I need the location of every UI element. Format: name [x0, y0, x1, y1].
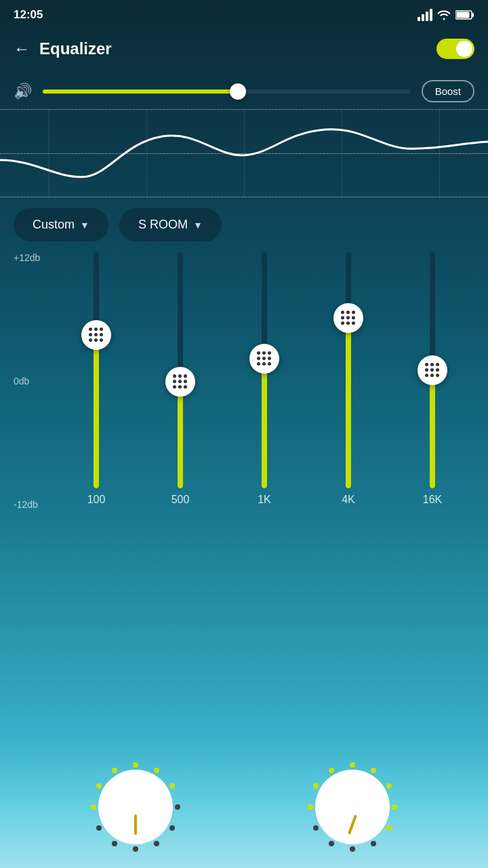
- slider-fill-4K: [346, 318, 351, 488]
- custom-preset-button[interactable]: Custom ▼: [14, 208, 108, 241]
- slider-col-1K: 1K: [251, 252, 278, 510]
- thumb-dots-16K: [425, 363, 440, 378]
- equalizer-toggle[interactable]: [436, 39, 474, 59]
- slider-bg-1K: [262, 252, 267, 488]
- volume-icon: 🔊: [14, 83, 32, 100]
- svg-rect-1: [472, 13, 474, 17]
- slider-col-500: 500: [167, 252, 194, 510]
- sroom-preset-label: S ROOM: [138, 218, 188, 232]
- thumb-dots-500: [173, 374, 188, 389]
- db-label-top: +12db: [14, 252, 40, 263]
- volume-slider[interactable]: [43, 85, 411, 98]
- slider-track-4K[interactable]: [335, 252, 362, 488]
- slider-fill-500: [178, 382, 183, 488]
- knob-2[interactable]: [315, 770, 390, 844]
- slider-track-100[interactable]: [83, 252, 110, 488]
- volume-thumb[interactable]: [230, 83, 246, 100]
- slider-fill-1K: [262, 359, 267, 488]
- knob-1-wrapper: [88, 760, 183, 854]
- wifi-icon: [436, 9, 451, 20]
- knob-2-indicator: [348, 814, 357, 835]
- svg-point-17: [386, 783, 392, 789]
- slider-thumb-100[interactable]: [81, 320, 111, 350]
- eq-wave-svg: [0, 109, 488, 197]
- slider-track-16K[interactable]: [419, 252, 446, 488]
- svg-point-15: [350, 762, 355, 768]
- status-bar: 12:05: [0, 0, 488, 30]
- freq-label-100: 100: [87, 494, 106, 510]
- svg-point-16: [371, 768, 376, 773]
- back-button[interactable]: ←: [14, 39, 30, 58]
- svg-point-8: [112, 768, 117, 773]
- svg-point-23: [313, 825, 319, 831]
- sroom-chevron-icon: ▼: [193, 220, 203, 231]
- svg-point-21: [313, 783, 319, 789]
- slider-bg-16K: [430, 252, 435, 488]
- slider-fill-100: [94, 335, 99, 488]
- svg-point-4: [154, 768, 159, 773]
- knob-2-container: [305, 760, 400, 854]
- eq-sliders-section: +12db 0db -12db 1005001K4K16K: [0, 252, 488, 551]
- knob-1[interactable]: [98, 770, 173, 844]
- svg-point-25: [350, 846, 355, 852]
- slider-thumb-1K[interactable]: [249, 344, 279, 374]
- slider-fill-16K: [430, 370, 435, 488]
- svg-rect-2: [457, 12, 470, 18]
- svg-point-18: [392, 804, 397, 810]
- custom-chevron-icon: ▼: [80, 220, 89, 231]
- slider-thumb-4K[interactable]: [333, 303, 363, 333]
- svg-point-19: [386, 825, 392, 831]
- eq-curve: [0, 109, 488, 197]
- sroom-preset-button[interactable]: S ROOM ▼: [119, 208, 222, 241]
- custom-preset-label: Custom: [33, 218, 75, 232]
- svg-point-9: [96, 783, 102, 789]
- svg-point-20: [329, 768, 334, 773]
- svg-point-13: [133, 846, 138, 852]
- freq-label-4K: 4K: [342, 494, 355, 510]
- svg-point-24: [329, 841, 334, 846]
- slider-bg-4K: [346, 252, 351, 488]
- thumb-dots-100: [89, 328, 104, 342]
- knobs-section: [0, 746, 488, 868]
- volume-section: 🔊 Boost: [0, 73, 488, 109]
- slider-col-4K: 4K: [335, 252, 362, 510]
- status-time: 12:05: [14, 8, 43, 22]
- knob-1-indicator: [134, 814, 137, 835]
- slider-col-16K: 16K: [419, 252, 446, 510]
- status-icons: [418, 9, 474, 21]
- freq-label-1K: 1K: [258, 494, 271, 510]
- slider-col-100: 100: [83, 252, 110, 510]
- svg-point-12: [112, 841, 117, 846]
- freq-label-500: 500: [171, 494, 190, 510]
- slider-thumb-500[interactable]: [165, 367, 195, 397]
- svg-point-11: [96, 825, 102, 831]
- boost-button[interactable]: Boost: [422, 80, 474, 102]
- svg-point-7: [169, 825, 175, 831]
- svg-point-5: [169, 783, 175, 789]
- svg-point-22: [308, 804, 313, 810]
- battery-icon: [455, 9, 474, 20]
- slider-thumb-16K[interactable]: [418, 355, 447, 385]
- knob-1-container: [88, 760, 183, 854]
- svg-point-6: [175, 804, 180, 810]
- slider-track-500[interactable]: [167, 252, 194, 488]
- svg-point-26: [371, 841, 376, 846]
- db-label-bottom: -12db: [14, 499, 38, 510]
- svg-point-10: [91, 804, 96, 810]
- svg-point-3: [133, 762, 138, 768]
- preset-row: Custom ▼ S ROOM ▼: [0, 197, 488, 252]
- page-title: Equalizer: [39, 39, 112, 58]
- thumb-dots-1K: [257, 351, 272, 366]
- header: ← Equalizer: [0, 30, 488, 73]
- db-label-mid: 0db: [14, 376, 29, 387]
- knob-2-wrapper: [305, 760, 400, 854]
- signal-icon: [418, 9, 432, 21]
- thumb-dots-4K: [341, 311, 356, 326]
- slider-bg-100: [94, 252, 99, 488]
- slider-track-1K[interactable]: [251, 252, 278, 488]
- sliders-container: 1005001K4K16K: [14, 252, 474, 551]
- freq-label-16K: 16K: [423, 494, 442, 510]
- svg-point-14: [154, 841, 159, 846]
- slider-bg-500: [178, 252, 183, 488]
- volume-track: [43, 90, 411, 94]
